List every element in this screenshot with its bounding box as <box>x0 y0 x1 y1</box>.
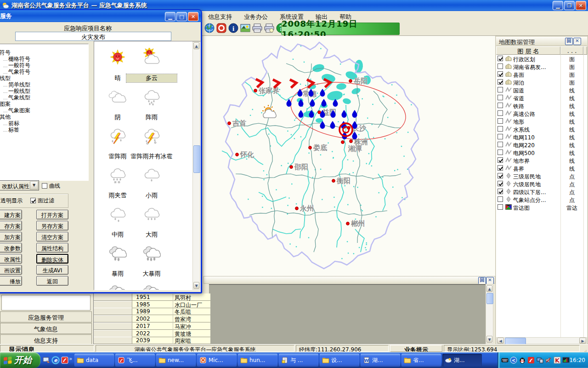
city-邵阳[interactable]: 邵阳 <box>290 163 308 171</box>
status-message-label[interactable]: 显示消息 <box>0 345 94 352</box>
layer-row-高速公路[interactable]: 高速公路线 <box>496 109 587 117</box>
weather-symbol-icon-rain-light[interactable] <box>142 165 161 184</box>
weather-symbol-icon-storm-heavy[interactable] <box>142 282 161 290</box>
table-row[interactable]: 1989冬瓜咀 <box>94 308 210 315</box>
taskbar-button-省...[interactable]: 省... <box>401 354 441 367</box>
scroll-thumb[interactable] <box>505 338 526 345</box>
画设置-button[interactable]: 画设置 <box>0 265 22 275</box>
weather-symbol-icon-clouds[interactable] <box>108 87 127 105</box>
layer-name-header[interactable]: 图 层 名 <box>496 46 560 55</box>
flashget-tray-icon[interactable] <box>527 356 535 364</box>
wind-arrow-symbol[interactable] <box>290 79 297 88</box>
table-row[interactable]: 2002曾家湾 <box>94 315 210 322</box>
返回-button[interactable]: 返回 <box>36 276 68 286</box>
checkbox-icon[interactable] <box>498 103 503 108</box>
minimize-button[interactable]: ▁ <box>553 1 563 10</box>
weather-symbol-icon-rain-mid[interactable] <box>108 204 127 223</box>
checkbox-icon[interactable] <box>498 150 503 155</box>
scroll-left-icon[interactable]: ◀ <box>497 338 504 344</box>
layer-checkbox[interactable] <box>498 63 503 70</box>
taskbar-button-与 ...[interactable]: 与 ... <box>279 354 318 367</box>
city-郴州[interactable]: 郴州 <box>346 219 365 228</box>
layer-checkbox[interactable] <box>498 189 503 196</box>
table-row[interactable]: 2017马家冲 <box>94 322 210 330</box>
layer-checkbox[interactable] <box>498 110 503 117</box>
monitor-icon[interactable] <box>562 356 570 364</box>
checkbox-icon[interactable] <box>498 95 503 100</box>
weather-symbol-icon-sun-cloud[interactable] <box>142 48 161 66</box>
table-row[interactable]: 1985水口山一厂 <box>94 301 210 308</box>
station-table[interactable]: 1951凤羽村1985水口山一厂1989冬瓜咀2002曾家湾2017马家冲202… <box>93 293 210 344</box>
close-button[interactable]: ✕ <box>576 1 586 10</box>
scroll-up-icon[interactable]: ▲ <box>193 42 199 49</box>
layer-row-气象站点分...[interactable]: 气象站点分...点 <box>496 196 587 203</box>
globe-icon[interactable] <box>204 23 215 34</box>
checkbox-icon[interactable] <box>42 183 47 189</box>
layer-checkbox[interactable] <box>498 56 503 63</box>
row-header-cell[interactable] <box>94 293 132 300</box>
dialog-minimize-button[interactable]: ▁ <box>165 12 175 21</box>
weather-symbol-icon-storm[interactable] <box>108 282 127 290</box>
layer-row-四级以下居...[interactable]: 四级以下居...点 <box>496 188 587 196</box>
weather-symbol-label[interactable]: 多云 <box>126 74 177 82</box>
row-header-cell[interactable] <box>94 322 132 329</box>
taskbar-button-飞...[interactable]: 飞... <box>115 354 155 367</box>
sidebar-button-气象信息[interactable]: 气象信息 <box>0 323 92 334</box>
dialog-close-button[interactable]: ✕ <box>188 12 198 21</box>
layer-row-六级居民地[interactable]: 六级居民地点 <box>496 180 587 188</box>
layer-checkbox[interactable] <box>498 142 503 149</box>
layer-type-header[interactable]: . . . <box>560 46 583 55</box>
menu-item-信息支持[interactable]: 信息支持 <box>202 11 238 22</box>
layer-row-县界[interactable]: 县界线 <box>496 164 587 172</box>
pc-icon[interactable] <box>536 356 543 364</box>
city-衡阳[interactable]: 衡阳 <box>332 177 351 185</box>
sidebar-button-应急服务管理[interactable]: 应急服务管理 <box>0 311 92 322</box>
taskbar-button-Mic...[interactable]: Mic... <box>197 354 237 367</box>
改属性-button[interactable]: 改属性 <box>0 254 22 264</box>
layer-checkbox[interactable] <box>498 173 503 180</box>
另存方案-button[interactable]: 另存方案 <box>36 221 68 230</box>
weather-symbol-label[interactable]: 大暴雨 <box>126 270 177 278</box>
panel-close-icon[interactable]: ✕ <box>573 38 581 45</box>
layer-row-雷达图[interactable]: 雷达图雷达 <box>496 203 587 211</box>
layer-row-三级居民地[interactable]: 三级居民地点 <box>496 172 587 180</box>
raindrop-symbol[interactable] <box>299 110 304 118</box>
row-header-cell[interactable] <box>94 315 132 322</box>
face-filter-checkbox[interactable]: 面过滤 <box>30 197 54 205</box>
language-icon[interactable]: < <box>510 356 517 364</box>
taskbar-button-湖...[interactable]: 湖... <box>442 354 482 367</box>
清空方案-button[interactable]: 清空方案 <box>36 232 68 242</box>
taskbar-button-new...[interactable]: new... <box>156 354 196 367</box>
layer-checkbox[interactable] <box>498 181 503 188</box>
weather-symbol-label[interactable]: 阵雨 <box>126 113 177 121</box>
checkbox-icon[interactable] <box>498 196 503 202</box>
播放-button[interactable]: 播放 <box>0 276 22 286</box>
checkbox-icon[interactable] <box>498 118 503 124</box>
weather-symbol-icon-rain-heavy[interactable] <box>142 204 161 223</box>
checkbox-icon[interactable] <box>498 165 503 171</box>
raindrop-symbol[interactable] <box>352 121 357 129</box>
kaspersky-icon[interactable]: K <box>554 356 561 364</box>
show-desktop-icon[interactable] <box>42 356 51 364</box>
layer-checkbox[interactable] <box>498 196 503 203</box>
layers-hscrollbar[interactable]: ◀ ▶ <box>496 337 587 344</box>
checkbox-icon[interactable] <box>498 110 503 116</box>
chevron-down-icon[interactable]: ▼ <box>30 181 38 190</box>
raindrop-symbol[interactable] <box>330 121 335 129</box>
checkbox-icon[interactable] <box>30 198 36 203</box>
symbols-vscrollbar[interactable]: ▲ ▼ <box>192 41 200 290</box>
taskbar-button-设...[interactable]: 设... <box>320 354 359 367</box>
restore-button[interactable]: ❐ <box>564 1 575 10</box>
建方案-button[interactable]: 建方案 <box>0 210 22 219</box>
map-suncloud-icon[interactable] <box>262 105 276 118</box>
taskbar-button-湖...[interactable]: W湖... <box>361 354 400 367</box>
weather-symbol-icon-thunder-hail[interactable] <box>142 126 161 144</box>
image-icon[interactable] <box>240 23 251 34</box>
layer-row-铁路[interactable]: 铁路线 <box>496 102 587 109</box>
city-怀化[interactable]: 怀化 <box>236 150 254 159</box>
打开方案-button[interactable]: 打开方案 <box>36 210 68 219</box>
layer-row-水系线[interactable]: 水系线线 <box>496 125 587 133</box>
layer-row-县面[interactable]: 县面面 <box>496 70 587 78</box>
layer-checkbox[interactable] <box>498 150 503 156</box>
row-header-cell[interactable] <box>94 330 132 337</box>
